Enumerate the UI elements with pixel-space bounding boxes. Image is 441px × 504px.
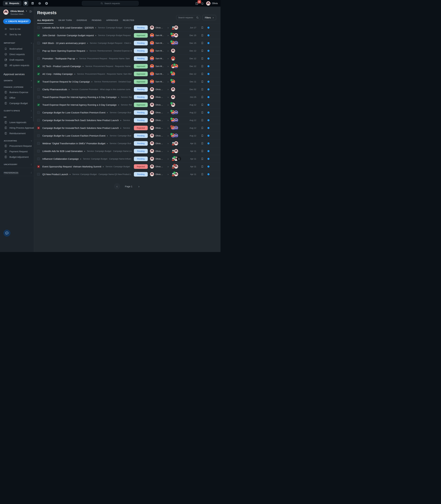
chevron-right-icon[interactable]: › bbox=[166, 134, 170, 137]
bookmark-icon[interactable] bbox=[201, 72, 204, 76]
tab-all-requests[interactable]: ALL REQUESTS bbox=[37, 19, 54, 24]
checkbox[interactable] bbox=[37, 26, 40, 29]
checkbox-approved[interactable] bbox=[37, 34, 40, 37]
bookmark-icon[interactable] bbox=[201, 57, 204, 60]
sidebar-item-all-system-requests[interactable]: All system requests bbox=[0, 63, 34, 68]
sidebar-item-business-expense[interactable]: Business Expense bbox=[0, 90, 34, 95]
checkbox-approved[interactable] bbox=[37, 103, 40, 106]
bookmark-icon[interactable] bbox=[201, 150, 204, 153]
collapse-sidebar-icon[interactable] bbox=[29, 10, 32, 14]
bookmark-icon[interactable] bbox=[201, 111, 204, 114]
bookmark-icon[interactable] bbox=[201, 88, 204, 91]
request-row[interactable]: Linkedin Ads for B2B Lead Generation - Q… bbox=[34, 24, 220, 32]
request-row[interactable]: Webinar “Digital Transformation in SMEs”… bbox=[34, 140, 220, 147]
chevron-right-icon[interactable]: › bbox=[166, 88, 170, 91]
section-header-accounting[interactable]: ACCOUNTING bbox=[0, 139, 34, 142]
approvals-app-button[interactable] bbox=[23, 1, 28, 6]
checkbox-rejected[interactable] bbox=[37, 165, 40, 168]
request-row[interactable]: Campaign Budget for Luxe Couture Fashion… bbox=[34, 132, 220, 140]
bookmark-icon[interactable] bbox=[201, 49, 204, 52]
request-row[interactable]: H&R Block - 10 years anniversary project… bbox=[34, 39, 220, 47]
bookmark-icon[interactable] bbox=[201, 173, 204, 176]
workspace-profile[interactable]: Olivia Mend… ▼ Standard Mark… bbox=[0, 7, 34, 15]
section-header-uncategory[interactable]: UNCATEGORY bbox=[0, 163, 34, 166]
sidebar-item-reimbursement[interactable]: Reimbursement bbox=[0, 131, 34, 136]
request-row[interactable]: Event Sponsorship Request: Vietnam Marke… bbox=[34, 163, 220, 170]
chevron-right-icon[interactable]: › bbox=[166, 65, 170, 68]
checkbox-approved[interactable] bbox=[37, 73, 40, 75]
user-menu[interactable]: Olivia bbox=[206, 1, 218, 5]
sidebar-scrollbar[interactable] bbox=[33, 43, 34, 122]
filters-button[interactable]: Filters › bbox=[202, 15, 216, 20]
request-row[interactable]: XZ Tech - Product Launch Campaign▶Servic… bbox=[34, 62, 220, 70]
request-row[interactable]: Travel Expense Request for 3-Day Campaig… bbox=[34, 78, 220, 86]
checkbox[interactable] bbox=[37, 96, 40, 98]
bookmark-icon[interactable] bbox=[201, 80, 204, 83]
bookmark-icon[interactable] bbox=[201, 134, 204, 137]
sidebar-item-payment-request[interactable]: Payment Request bbox=[0, 149, 34, 154]
request-row[interactable]: Pop-up Store Opening Expense Request▶Ser… bbox=[34, 47, 220, 55]
tab-on-my-turn[interactable]: ON MY TURN bbox=[58, 19, 72, 24]
tab-rejected[interactable]: REJECTED bbox=[123, 19, 134, 24]
kebab-menu-icon[interactable] bbox=[30, 172, 32, 174]
chevron-down-icon[interactable]: ▼ bbox=[26, 10, 27, 12]
previous-page-button[interactable]: ‹ bbox=[114, 183, 120, 189]
notifications-button[interactable] bbox=[201, 1, 204, 5]
checkbox-approved[interactable] bbox=[37, 65, 40, 68]
checkbox[interactable] bbox=[37, 119, 40, 122]
request-row[interactable]: Influencer Collaboration Campaign▶Servic… bbox=[34, 155, 220, 163]
request-row[interactable]: Travel Expense Report for Internal Agenc… bbox=[34, 101, 220, 109]
bookmark-icon[interactable] bbox=[201, 157, 204, 160]
bookmark-icon[interactable] bbox=[201, 34, 204, 37]
section-header-finance-expense[interactable]: FINANCE | EXPENSE bbox=[0, 85, 34, 89]
checkbox[interactable] bbox=[37, 158, 40, 160]
chevron-right-icon[interactable]: › bbox=[166, 111, 170, 114]
checkbox[interactable] bbox=[37, 88, 40, 91]
chevron-down-icon[interactable] bbox=[31, 140, 32, 142]
request-row[interactable]: AC Corp - Holiday Campaign▶Service: Proc… bbox=[34, 70, 220, 78]
bookmark-icon[interactable] bbox=[201, 65, 204, 68]
chevron-right-icon[interactable]: › bbox=[166, 49, 170, 52]
sidebar-item-procurement-request[interactable]: Procurement Request bbox=[0, 143, 34, 149]
checkbox-rejected[interactable] bbox=[37, 127, 40, 129]
checkbox[interactable] bbox=[37, 150, 40, 153]
sidebar-item-leave-approvals[interactable]: Leave Approvals bbox=[0, 120, 34, 125]
chevron-right-icon[interactable]: › bbox=[166, 173, 170, 176]
checkbox[interactable] bbox=[37, 111, 40, 114]
request-row[interactable]: Q3 New Product Launch▶Service: Campaign … bbox=[34, 170, 220, 178]
bookmark-icon[interactable] bbox=[201, 126, 204, 129]
sidebar-item-draft-requests[interactable]: Draft requests bbox=[0, 57, 34, 63]
request-row[interactable]: Campaign Budget for InnovateTech SaaS So… bbox=[34, 116, 220, 124]
chevron-down-icon[interactable] bbox=[31, 80, 32, 82]
chevron-down-icon[interactable] bbox=[31, 42, 32, 44]
checkbox[interactable] bbox=[37, 142, 40, 145]
reminders-button[interactable]: 5 bbox=[195, 1, 199, 5]
section-header-preferences[interactable]: PREFERENCES bbox=[0, 171, 34, 174]
bookmark-icon[interactable] bbox=[201, 42, 204, 45]
request-row[interactable]: Clarity Pharmaceuticals▶Service: Custome… bbox=[34, 86, 220, 93]
chevron-right-icon[interactable]: › bbox=[166, 158, 170, 160]
section-header-client-s-space[interactable]: CLIENT’S SPACE bbox=[0, 109, 34, 112]
create-request-button[interactable]: + CREATE REQUEST bbox=[3, 19, 31, 24]
bookmark-icon[interactable] bbox=[201, 95, 204, 99]
bookmark-icon[interactable] bbox=[201, 165, 204, 168]
sidebar-item-campaign-budget[interactable]: Campaign Budget bbox=[0, 100, 34, 106]
checkbox[interactable] bbox=[37, 134, 40, 137]
sidebar-item-direct-requests[interactable]: Direct requests bbox=[0, 51, 34, 57]
checkbox[interactable] bbox=[37, 57, 40, 60]
request-row[interactable]: Travel Expense Report for Internal Agenc… bbox=[34, 93, 220, 101]
chevron-right-icon[interactable]: › bbox=[166, 165, 170, 168]
next-page-button[interactable]: › bbox=[137, 183, 141, 189]
chevron-right-icon[interactable]: › bbox=[166, 80, 170, 83]
chevron-right-icon[interactable]: › bbox=[166, 142, 170, 145]
kebab-menu-icon[interactable] bbox=[30, 110, 32, 112]
request-row[interactable]: LinkedIn Ads for B2B Lead Generation▶Ser… bbox=[34, 147, 220, 155]
kebab-menu-icon[interactable] bbox=[30, 163, 32, 166]
request-row[interactable]: John Dental - Summer Campaign budget req… bbox=[34, 32, 220, 39]
chevron-right-icon[interactable]: › bbox=[166, 26, 170, 29]
tab-approved[interactable]: APPROVED bbox=[106, 19, 118, 24]
sidebar-item-office[interactable]: Office bbox=[0, 95, 34, 100]
bookmark-icon[interactable] bbox=[201, 142, 204, 145]
chevron-down-icon[interactable] bbox=[31, 86, 32, 88]
analytics-button[interactable] bbox=[30, 1, 35, 6]
